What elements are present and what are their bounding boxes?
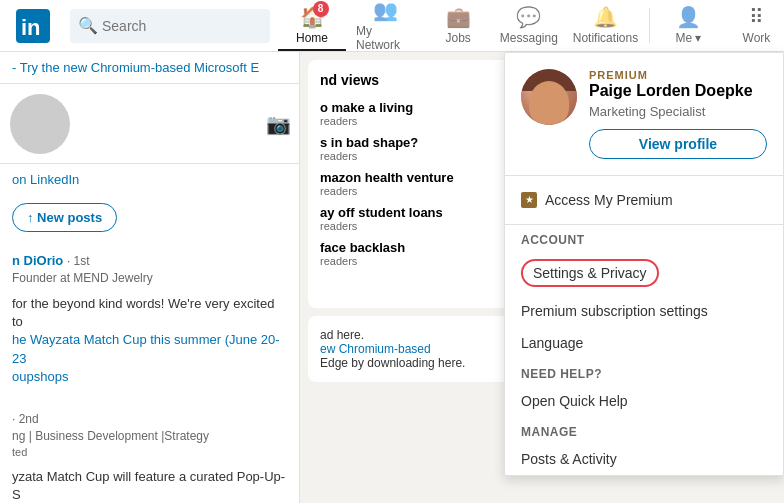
- me-icon: 👤: [676, 5, 701, 29]
- me-with-arrow: 👤 Me ▾: [675, 5, 701, 45]
- dropdown-user-title: Marketing Specialist: [589, 104, 767, 119]
- post-1-title: Founder at MEND Jewelry: [12, 270, 287, 287]
- notifications-icon: 🔔: [593, 5, 618, 29]
- dropdown-user-name: Paige Lorden Doepke: [589, 81, 767, 102]
- navbar: in 🔍 🏠 8 Home 👥 My Network 💼 Jobs 💬 Mess…: [0, 0, 784, 52]
- language-item[interactable]: Language: [505, 327, 783, 359]
- premium-badge: PREMIUM: [589, 69, 767, 81]
- nav-item-home[interactable]: 🏠 8 Home: [278, 0, 346, 51]
- nav-item-notifications[interactable]: 🔔 Notifications: [565, 0, 645, 51]
- home-badge: 8: [313, 1, 329, 17]
- post-2-degree: · 2nd: [12, 412, 39, 426]
- post-2-text1: yzata Match Cup will feature a curated P…: [12, 468, 287, 503]
- nav-item-messaging[interactable]: 💬 Messaging: [492, 0, 565, 51]
- nav-label-network: My Network: [356, 24, 414, 52]
- home-icon: 🏠 8: [300, 5, 325, 29]
- camera-area[interactable]: 📷: [258, 104, 299, 144]
- linkedin-logo[interactable]: in: [8, 0, 58, 51]
- post-2-status: ted: [12, 445, 287, 460]
- dropdown-user-info: PREMIUM Paige Lorden Doepke Marketing Sp…: [589, 69, 767, 159]
- nav-label-me: Me ▾: [675, 31, 701, 45]
- dropdown-menu: PREMIUM Paige Lorden Doepke Marketing Sp…: [504, 52, 784, 476]
- access-premium-section: ★ Access My Premium: [505, 176, 783, 225]
- jobs-icon: 💼: [446, 5, 471, 29]
- profile-photo-area: [0, 84, 80, 164]
- manage-section-header: MANAGE: [505, 417, 783, 443]
- post-2: · 2nd ng | Business Development |Strateg…: [0, 398, 299, 503]
- profile-photo: [10, 94, 70, 154]
- settings-item[interactable]: Settings & Privacy: [505, 251, 783, 295]
- nav-label-messaging: Messaging: [500, 31, 558, 45]
- post-2-meta: · 2nd ng | Business Development |Strateg…: [12, 410, 287, 460]
- dropdown-avatar: [521, 69, 577, 125]
- quick-help-item[interactable]: Open Quick Help: [505, 385, 783, 417]
- svg-text:in: in: [21, 15, 41, 40]
- messaging-icon: 💬: [516, 5, 541, 29]
- post-link2[interactable]: oupshops: [12, 368, 287, 386]
- search-bar[interactable]: 🔍: [70, 9, 270, 43]
- nav-label-work: Work: [743, 31, 771, 45]
- posts-activity-item[interactable]: Posts & Activity: [505, 443, 783, 475]
- post-1-name: n DiOrio: [12, 253, 63, 268]
- access-premium-item[interactable]: ★ Access My Premium: [521, 184, 767, 216]
- linkedin-label: on LinkedIn: [0, 164, 299, 195]
- post-content-text: for the beyond kind words! We're very ex…: [12, 296, 274, 329]
- premium-star-icon: ★: [521, 192, 537, 208]
- post-link[interactable]: he Wayzata Match Cup this summer (June 2…: [12, 332, 280, 365]
- network-icon: 👥: [373, 0, 398, 22]
- chromium-banner[interactable]: - Try the new Chromium-based Microsoft E: [0, 52, 299, 84]
- left-panel: - Try the new Chromium-based Microsoft E…: [0, 52, 300, 503]
- view-profile-button[interactable]: View profile: [589, 129, 767, 159]
- nav-item-me[interactable]: 👤 Me ▾: [654, 0, 722, 51]
- dropdown-overlay: PREMIUM Paige Lorden Doepke Marketing Sp…: [504, 52, 784, 476]
- new-posts-button[interactable]: ↑ New posts: [12, 203, 117, 232]
- nav-item-jobs[interactable]: 💼 Jobs: [424, 0, 492, 51]
- dropdown-profile-section: PREMIUM Paige Lorden Doepke Marketing Sp…: [505, 53, 783, 176]
- post-1: n DiOrio · 1st Founder at MEND Jewelry f…: [0, 240, 299, 398]
- post-1-content: for the beyond kind words! We're very ex…: [12, 295, 287, 368]
- nav-label-home: Home: [296, 31, 328, 45]
- nav-items: 🏠 8 Home 👥 My Network 💼 Jobs 💬 Messaging…: [278, 0, 784, 51]
- post-2-content: yzata Match Cup will feature a curated P…: [12, 468, 287, 503]
- search-icon: 🔍: [78, 16, 98, 35]
- profile-card-content: [80, 116, 258, 132]
- new-posts-area: ↑ New posts: [0, 195, 299, 240]
- nav-item-work[interactable]: ⠿ Work: [722, 0, 784, 51]
- nav-label-jobs: Jobs: [445, 31, 470, 45]
- settings-privacy-label: Settings & Privacy: [521, 259, 659, 287]
- nav-item-network[interactable]: 👥 My Network: [346, 0, 424, 51]
- work-icon: ⠿: [749, 5, 764, 29]
- account-section-header: ACCOUNT: [505, 225, 783, 251]
- camera-icon: 📷: [266, 113, 291, 135]
- search-input[interactable]: [102, 18, 262, 34]
- news-title-text: nd views: [320, 72, 379, 88]
- post-2-title: ng | Business Development |Strategy: [12, 428, 287, 445]
- premium-label: PREMIUM: [589, 69, 648, 81]
- help-section-header: NEED HELP?: [505, 359, 783, 385]
- access-premium-label: Access My Premium: [545, 192, 673, 208]
- premium-sub-item[interactable]: Premium subscription settings: [505, 295, 783, 327]
- post-1-author: n DiOrio · 1st: [12, 252, 287, 270]
- post-1-degree: · 1st: [67, 254, 90, 268]
- nav-label-notifications: Notifications: [573, 31, 638, 45]
- profile-card: 📷: [0, 84, 299, 164]
